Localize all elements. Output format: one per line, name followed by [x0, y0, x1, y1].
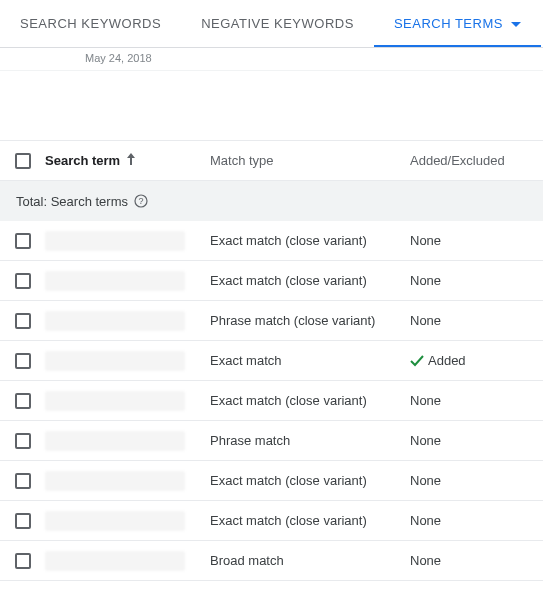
added-excluded-cell: None	[410, 505, 543, 536]
search-term-redacted	[45, 311, 185, 331]
table-row: Broad matchNone	[0, 541, 543, 581]
match-type-cell: Exact match (close variant)	[210, 385, 410, 416]
added-label: Added	[428, 353, 466, 368]
match-type-cell: Exact match	[210, 345, 410, 376]
header-added-excluded[interactable]: Added/Excluded	[410, 145, 543, 176]
search-term-redacted	[45, 391, 185, 411]
header-search-term[interactable]: Search term	[45, 145, 210, 176]
row-checkbox[interactable]	[15, 273, 31, 289]
date-text: May 24, 2018	[0, 48, 543, 71]
totals-label: Total: Search terms	[16, 194, 128, 209]
tab-negative-keywords[interactable]: NEGATIVE KEYWORDS	[181, 0, 374, 47]
table-row: Exact matchAdded	[0, 341, 543, 381]
caret-down-icon[interactable]	[511, 16, 521, 31]
tab-search-terms[interactable]: SEARCH TERMS	[374, 0, 541, 47]
search-term-redacted	[45, 471, 185, 491]
table-row: Exact match (close variant)None	[0, 501, 543, 541]
added-excluded-cell: None	[410, 385, 543, 416]
search-term-redacted	[45, 231, 185, 251]
help-icon[interactable]: ?	[134, 194, 148, 208]
row-checkbox[interactable]	[15, 233, 31, 249]
row-checkbox[interactable]	[15, 553, 31, 569]
table-row: Exact match (close variant)None	[0, 381, 543, 421]
search-term-redacted	[45, 431, 185, 451]
tab-search-keywords[interactable]: SEARCH KEYWORDS	[0, 0, 181, 47]
added-excluded-cell: Added	[410, 345, 543, 376]
match-type-cell: Exact match (close variant)	[210, 505, 410, 536]
match-type-cell: Exact match (close variant)	[210, 465, 410, 496]
header-search-term-label: Search term	[45, 153, 120, 168]
table-row: Phrase match (close variant)None	[0, 301, 543, 341]
added-excluded-cell: None	[410, 545, 543, 576]
table-row: Exact match (close variant)None	[0, 461, 543, 501]
row-checkbox[interactable]	[15, 353, 31, 369]
tabs-bar: SEARCH KEYWORDS NEGATIVE KEYWORDS SEARCH…	[0, 0, 543, 48]
row-checkbox[interactable]	[15, 393, 31, 409]
select-all-checkbox[interactable]	[15, 153, 31, 169]
added-excluded-cell: None	[410, 425, 543, 456]
search-term-redacted	[45, 551, 185, 571]
row-checkbox[interactable]	[15, 473, 31, 489]
table-row: Phrase matchNone	[0, 421, 543, 461]
search-term-redacted	[45, 351, 185, 371]
tab-search-terms-label: SEARCH TERMS	[394, 16, 503, 31]
table-row: Exact match (close variant)None	[0, 261, 543, 301]
header-match-type[interactable]: Match type	[210, 145, 410, 176]
table-row: Exact match (close variant)None	[0, 221, 543, 261]
search-term-redacted	[45, 271, 185, 291]
added-excluded-cell: None	[410, 305, 543, 336]
search-term-redacted	[45, 511, 185, 531]
match-type-cell: Exact match (close variant)	[210, 265, 410, 296]
checkmark-icon	[410, 355, 424, 367]
added-excluded-cell: None	[410, 225, 543, 256]
spacer	[0, 71, 543, 141]
row-checkbox[interactable]	[15, 433, 31, 449]
added-excluded-cell: None	[410, 265, 543, 296]
match-type-cell: Broad match	[210, 545, 410, 576]
svg-text:?: ?	[138, 196, 143, 206]
sort-up-icon	[126, 153, 136, 168]
match-type-cell: Phrase match	[210, 425, 410, 456]
match-type-cell: Phrase match (close variant)	[210, 305, 410, 336]
totals-row: Total: Search terms ?	[0, 181, 543, 221]
row-checkbox[interactable]	[15, 513, 31, 529]
row-checkbox[interactable]	[15, 313, 31, 329]
added-excluded-cell: None	[410, 465, 543, 496]
table-header: Search term Match type Added/Excluded	[0, 141, 543, 181]
match-type-cell: Exact match (close variant)	[210, 225, 410, 256]
